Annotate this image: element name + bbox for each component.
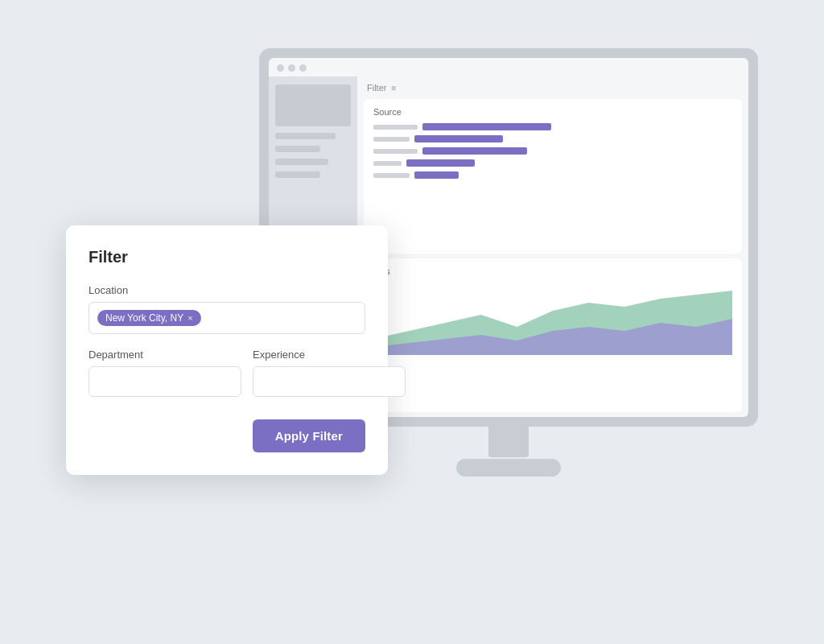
area-chart-title: ants [373,266,732,276]
scene: Filter ≡ Source [66,48,758,596]
screen-filter-bar: Filter ≡ [364,81,742,94]
traffic-lights [269,58,748,76]
screen-filter-label: Filter [367,83,386,93]
sidebar-line-3 [275,159,328,165]
traffic-light-1 [277,64,284,72]
bar-label-1 [373,125,418,130]
area-chart-panel: ants [364,258,742,413]
sidebar-block [275,85,351,126]
source-chart-title: Source [373,107,732,117]
bar-fill-4 [406,159,475,167]
source-chart-panel: Source [364,99,742,254]
department-field-group: Department [89,349,241,397]
bar-row-3 [373,147,732,155]
bar-row-1 [373,123,732,130]
sidebar-line-4 [275,171,320,178]
department-label: Department [89,349,241,361]
monitor-stand-neck [488,425,529,457]
sidebar-line-2 [275,146,320,152]
experience-input[interactable] [253,366,406,397]
filter-dialog: Filter Location New York City, NY × Depa… [66,225,388,475]
bar-fill-1 [422,123,551,130]
department-input[interactable] [89,366,241,397]
bar-label-2 [373,137,410,142]
location-input-wrapper[interactable]: New York City, NY × [89,302,365,334]
bar-chart [373,123,732,179]
apply-filter-button[interactable]: Apply Filter [253,419,365,452]
dialog-title: Filter [89,248,365,266]
bar-row-2 [373,135,732,142]
bar-fill-2 [414,135,503,142]
traffic-light-3 [299,64,307,72]
bar-label-4 [373,161,402,166]
bar-row-4 [373,159,732,167]
bar-fill-3 [422,147,527,155]
area-chart-svg [373,283,732,355]
location-tag-text: New York City, NY [105,312,183,324]
experience-field-group: Experience [253,349,406,397]
bar-fill-5 [414,171,459,179]
location-tag: New York City, NY × [97,310,201,326]
traffic-light-2 [288,64,295,72]
location-tag-close[interactable]: × [187,313,192,323]
sidebar-line-1 [275,133,336,139]
bar-label-5 [373,173,410,178]
filter-icon: ≡ [391,84,396,93]
bar-row-5 [373,171,732,179]
bar-label-3 [373,149,418,154]
screen-main: Filter ≡ Source [357,76,748,417]
two-col-fields: Department Experience [89,349,365,397]
experience-label: Experience [253,349,406,361]
location-label: Location [89,284,365,296]
monitor-stand-base [456,459,561,477]
